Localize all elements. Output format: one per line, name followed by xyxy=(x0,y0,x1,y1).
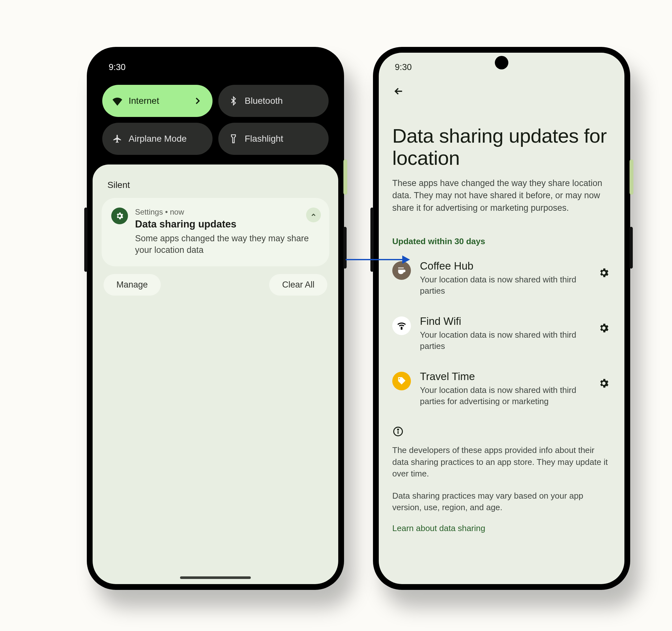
qs-airplane-tile[interactable]: Airplane Mode xyxy=(102,123,213,155)
notification-card[interactable]: Settings • now Data sharing updates Some… xyxy=(102,198,329,266)
notif-meta: Settings • now xyxy=(135,207,319,217)
settings-app-icon xyxy=(111,207,128,224)
coffee-cup-icon xyxy=(397,266,407,276)
gear-icon xyxy=(598,378,609,389)
arrow-right-icon xyxy=(402,255,410,264)
app-settings-button[interactable] xyxy=(597,376,611,390)
status-time: 9:30 xyxy=(109,62,126,72)
status-time: 9:30 xyxy=(395,62,412,72)
page-subtitle: These apps have changed the way they sha… xyxy=(392,177,611,214)
learn-more-link[interactable]: Learn about data sharing xyxy=(392,523,611,533)
app-name: Travel Time xyxy=(420,371,588,383)
bluetooth-icon xyxy=(229,96,238,106)
wifi-icon xyxy=(113,96,122,106)
qs-tile-label: Airplane Mode xyxy=(128,134,187,144)
collapse-button[interactable] xyxy=(306,207,321,222)
svg-point-0 xyxy=(401,328,402,329)
clear-all-button[interactable]: Clear All xyxy=(269,274,327,296)
svg-point-3 xyxy=(398,429,399,430)
flashlight-icon xyxy=(229,134,238,144)
flow-arrow xyxy=(346,256,410,263)
gear-icon xyxy=(598,267,609,279)
qs-flashlight-tile[interactable]: Flashlight xyxy=(218,123,329,155)
coffee-hub-app-icon xyxy=(392,261,411,280)
page-title: Data sharing updates for location xyxy=(392,125,611,169)
wifi-icon xyxy=(397,321,407,331)
travel-time-app-icon xyxy=(392,372,411,390)
airplane-icon xyxy=(113,134,122,144)
app-row-find-wifi[interactable]: Find Wifi Your location data is now shar… xyxy=(392,315,611,352)
qs-bluetooth-tile[interactable]: Bluetooth xyxy=(218,85,329,117)
notif-title: Data sharing updates xyxy=(135,219,319,230)
info-paragraph: The developers of these apps provided in… xyxy=(392,444,611,479)
notif-section-label: Silent xyxy=(102,177,329,198)
arrow-back-icon xyxy=(393,85,405,97)
qs-tile-label: Bluetooth xyxy=(245,96,283,106)
gear-icon xyxy=(115,211,124,220)
nav-handle[interactable] xyxy=(180,576,251,579)
gear-icon xyxy=(598,322,609,334)
qs-tile-label: Internet xyxy=(128,96,159,106)
price-tag-icon xyxy=(397,376,407,386)
qs-tile-label: Flashlight xyxy=(245,134,283,144)
app-row-travel-time[interactable]: Travel Time Your location data is now sh… xyxy=(392,371,611,407)
find-wifi-app-icon xyxy=(392,317,411,335)
info-paragraph: Data sharing practices may vary based on… xyxy=(392,490,611,513)
app-settings-button[interactable] xyxy=(597,266,611,280)
app-name: Find Wifi xyxy=(420,315,588,327)
app-desc: Your location data is now shared with th… xyxy=(420,384,588,407)
app-row-coffee-hub[interactable]: Coffee Hub Your location data is now sha… xyxy=(392,260,611,297)
status-bar: 9:30 xyxy=(93,53,338,82)
app-settings-button[interactable] xyxy=(597,321,611,335)
chevron-right-icon xyxy=(193,96,202,106)
qs-internet-tile[interactable]: Internet xyxy=(102,85,213,117)
app-desc: Your location data is now shared with th… xyxy=(420,274,588,297)
camera-hole xyxy=(495,56,508,69)
section-label: Updated within 30 days xyxy=(392,236,611,247)
manage-button[interactable]: Manage xyxy=(103,274,161,296)
back-button[interactable] xyxy=(391,83,406,99)
notif-body: Some apps changed the way they may share… xyxy=(135,233,319,256)
chevron-up-icon xyxy=(310,212,317,218)
info-icon xyxy=(392,426,611,438)
app-desc: Your location data is now shared with th… xyxy=(420,329,588,352)
app-name: Coffee Hub xyxy=(420,260,588,272)
